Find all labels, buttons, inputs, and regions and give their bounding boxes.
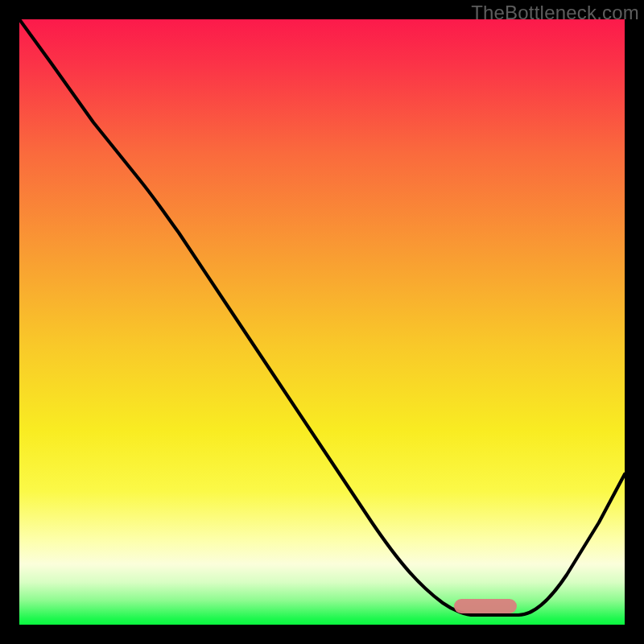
watermark-text: TheBottleneck.com	[471, 2, 639, 24]
curve-path	[19, 19, 625, 615]
chart-frame: TheBottleneck.com	[0, 0, 644, 644]
optimal-marker	[454, 599, 517, 613]
plot-area	[19, 19, 625, 625]
bottleneck-curve	[19, 19, 625, 625]
